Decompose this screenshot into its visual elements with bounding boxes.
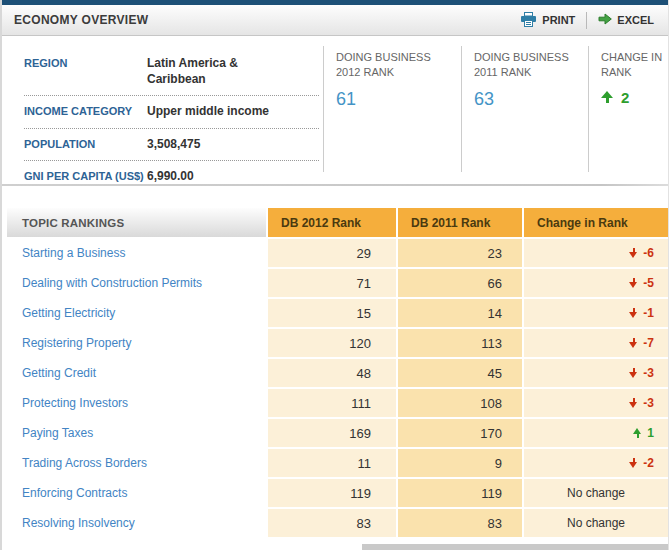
topic-link[interactable]: Trading Across Borders — [7, 449, 266, 477]
topic-link[interactable]: Resolving Insolvency — [7, 509, 266, 537]
change-arrow-icon — [629, 307, 638, 319]
column-header-change: Change in Rank — [524, 208, 668, 237]
db2011-rank-cell: 23 — [398, 239, 522, 267]
change-in-rank-summary: CHANGE IN RANK 2 — [588, 46, 668, 172]
db2011-rank-cell: 119 — [398, 479, 522, 507]
change-value: 1 — [647, 426, 654, 440]
change-in-rank-label: CHANGE IN RANK — [601, 50, 664, 80]
db2011-rank-cell: 170 — [398, 419, 522, 447]
topic-link[interactable]: Dealing with Construction Permits — [7, 269, 266, 297]
db2012-rank-cell: 71 — [268, 269, 396, 297]
change-cell: 1 — [524, 419, 668, 447]
db2011-rank-cell: 9 — [398, 449, 522, 477]
population-label: POPULATION — [24, 136, 147, 152]
db-2012-rank-label: DOING BUSINESS 2012 RANK — [336, 50, 438, 80]
db2012-rank-cell: 120 — [268, 329, 396, 357]
topic-link[interactable]: Paying Taxes — [7, 419, 266, 447]
gni-per-capita-label: GNI PER CAPITA (US$) — [24, 168, 147, 184]
rank-summary: DOING BUSINESS 2012 RANK 61 DOING BUSINE… — [323, 46, 668, 184]
change-value: -3 — [643, 396, 654, 410]
change-arrow-icon — [629, 337, 638, 349]
db-2011-rank-summary: DOING BUSINESS 2011 RANK 63 — [461, 46, 588, 172]
db2011-rank-cell: 14 — [398, 299, 522, 327]
change-arrow-icon — [629, 397, 638, 409]
change-value: -3 — [643, 366, 654, 380]
change-value: No change — [567, 516, 625, 530]
column-header-db2011: DB 2011 Rank — [398, 208, 522, 237]
topic-rankings-header: TOPIC RANKINGS — [7, 208, 266, 237]
income-category-value: Upper middle income — [147, 103, 297, 119]
excel-label: EXCEL — [617, 14, 654, 26]
change-cell: -1 — [524, 299, 668, 327]
change-cell: -6 — [524, 239, 668, 267]
db2012-rank-cell: 111 — [268, 389, 396, 417]
change-cell: -3 — [524, 389, 668, 417]
change-value: -5 — [643, 276, 654, 290]
excel-arrow-icon — [598, 13, 612, 27]
printer-icon — [520, 12, 537, 29]
print-button[interactable]: PRINT — [520, 12, 575, 29]
print-label: PRINT — [542, 14, 575, 26]
db2012-rank-cell: 15 — [268, 299, 396, 327]
change-value: -7 — [643, 336, 654, 350]
db2012-rank-cell: 169 — [268, 419, 396, 447]
income-category-label: INCOME CATEGORY — [24, 103, 147, 119]
db2012-rank-cell: 83 — [268, 509, 396, 537]
change-cell: -7 — [524, 329, 668, 357]
gni-per-capita-field: GNI PER CAPITA (US$) 6,990.00 — [24, 161, 319, 192]
topic-link[interactable]: Registering Property — [7, 329, 266, 357]
change-arrow-icon — [629, 277, 638, 289]
change-in-rank-indicator: 2 — [601, 89, 664, 106]
db2012-rank-cell: 48 — [268, 359, 396, 387]
up-arrow-icon — [601, 90, 613, 104]
db2012-rank-cell: 11 — [268, 449, 396, 477]
change-cell: -2 — [524, 449, 668, 477]
topic-link[interactable]: Getting Credit — [7, 359, 266, 387]
page-title: ECONOMY OVERVIEW — [14, 13, 148, 27]
action-separator — [586, 12, 587, 29]
change-arrow-icon — [629, 457, 638, 469]
db-2011-rank-label: DOING BUSINESS 2011 RANK — [474, 50, 576, 80]
change-arrow-icon — [633, 427, 642, 439]
change-cell: -3 — [524, 359, 668, 387]
db2012-rank-cell: 119 — [268, 479, 396, 507]
change-in-rank-value: 2 — [621, 89, 629, 106]
change-value: -2 — [643, 456, 654, 470]
db-2012-rank-summary: DOING BUSINESS 2012 RANK 61 — [323, 46, 461, 172]
overview-section: REGION Latin America & Caribbean INCOME … — [2, 36, 668, 184]
economy-facts: REGION Latin America & Caribbean INCOME … — [2, 46, 323, 184]
topic-link[interactable]: Protecting Investors — [7, 389, 266, 417]
db-2011-rank-value: 63 — [474, 89, 584, 110]
title-bar: ECONOMY OVERVIEW PRINT — [2, 5, 668, 36]
topic-rankings-table: TOPIC RANKINGS DB 2012 Rank DB 2011 Rank… — [2, 208, 668, 537]
change-cell: No change — [524, 509, 668, 537]
change-value: -6 — [643, 246, 654, 260]
bottom-scrollbar-strip — [362, 544, 668, 550]
db-2012-rank-value: 61 — [336, 89, 457, 110]
excel-export-button[interactable]: EXCEL — [598, 13, 654, 27]
change-cell: -5 — [524, 269, 668, 297]
db2011-rank-cell: 113 — [398, 329, 522, 357]
region-value: Latin America & Caribbean — [147, 55, 297, 87]
db2011-rank-cell: 45 — [398, 359, 522, 387]
topic-link[interactable]: Getting Electricity — [7, 299, 266, 327]
column-header-db2012: DB 2012 Rank — [268, 208, 396, 237]
db2011-rank-cell: 83 — [398, 509, 522, 537]
region-label: REGION — [24, 55, 147, 87]
population-field: POPULATION 3,508,475 — [24, 129, 319, 161]
db2011-rank-cell: 66 — [398, 269, 522, 297]
title-bar-actions: PRINT EXCEL — [520, 12, 654, 29]
income-category-field: INCOME CATEGORY Upper middle income — [24, 96, 319, 128]
economy-overview-panel: ECONOMY OVERVIEW PRINT — [0, 0, 669, 550]
topic-link[interactable]: Starting a Business — [7, 239, 266, 267]
change-value: -1 — [643, 306, 654, 320]
topic-link[interactable]: Enforcing Contracts — [7, 479, 266, 507]
population-value: 3,508,475 — [147, 136, 297, 152]
change-arrow-icon — [629, 247, 638, 259]
change-arrow-icon — [629, 367, 638, 379]
region-field: REGION Latin America & Caribbean — [24, 48, 319, 96]
change-value: No change — [567, 486, 625, 500]
change-cell: No change — [524, 479, 668, 507]
db2012-rank-cell: 29 — [268, 239, 396, 267]
gni-per-capita-value: 6,990.00 — [147, 168, 297, 184]
